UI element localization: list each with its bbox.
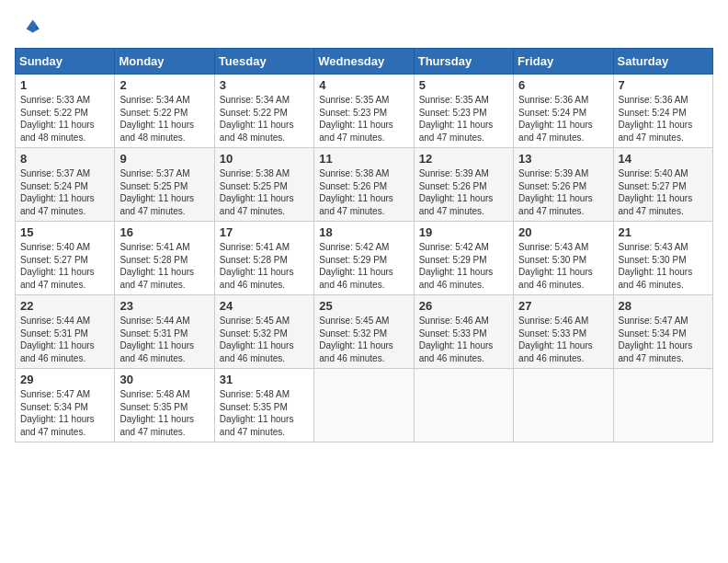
- day-number: 24: [220, 299, 309, 313]
- day-number: 28: [619, 299, 708, 313]
- day-info: Sunrise: 5:43 AM Sunset: 5:30 PM Dayligh…: [619, 241, 708, 291]
- day-number: 29: [20, 373, 109, 386]
- header-day-friday: Friday: [514, 49, 613, 75]
- day-number: 15: [20, 225, 109, 239]
- calendar-cell: [314, 369, 414, 442]
- day-info: Sunrise: 5:40 AM Sunset: 5:27 PM Dayligh…: [619, 167, 708, 217]
- calendar-cell: 2Sunrise: 5:34 AM Sunset: 5:22 PM Daylig…: [115, 75, 214, 148]
- calendar-cell: 16Sunrise: 5:41 AM Sunset: 5:28 PM Dayli…: [115, 222, 214, 295]
- day-number: 12: [419, 152, 508, 166]
- calendar-cell: 15Sunrise: 5:40 AM Sunset: 5:27 PM Dayli…: [16, 222, 115, 295]
- calendar-cell: 5Sunrise: 5:35 AM Sunset: 5:23 PM Daylig…: [414, 75, 513, 148]
- calendar-cell: 14Sunrise: 5:40 AM Sunset: 5:27 PM Dayli…: [613, 148, 712, 222]
- day-info: Sunrise: 5:43 AM Sunset: 5:30 PM Dayligh…: [518, 241, 608, 291]
- day-number: 2: [119, 78, 209, 92]
- day-info: Sunrise: 5:37 AM Sunset: 5:25 PM Dayligh…: [119, 167, 209, 217]
- calendar-cell: 7Sunrise: 5:36 AM Sunset: 5:24 PM Daylig…: [613, 75, 712, 148]
- day-info: Sunrise: 5:45 AM Sunset: 5:32 PM Dayligh…: [319, 315, 408, 364]
- calendar-cell: 27Sunrise: 5:46 AM Sunset: 5:33 PM Dayli…: [514, 295, 613, 369]
- day-info: Sunrise: 5:38 AM Sunset: 5:26 PM Dayligh…: [319, 167, 408, 217]
- calendar-cell: 28Sunrise: 5:47 AM Sunset: 5:34 PM Dayli…: [613, 295, 712, 369]
- calendar-cell: 26Sunrise: 5:46 AM Sunset: 5:33 PM Dayli…: [414, 295, 513, 369]
- day-number: 13: [518, 152, 608, 166]
- day-info: Sunrise: 5:35 AM Sunset: 5:23 PM Dayligh…: [419, 94, 508, 144]
- day-info: Sunrise: 5:46 AM Sunset: 5:33 PM Dayligh…: [419, 315, 508, 364]
- day-info: Sunrise: 5:35 AM Sunset: 5:23 PM Dayligh…: [319, 94, 408, 144]
- day-number: 16: [119, 225, 209, 239]
- day-number: 30: [119, 373, 209, 386]
- calendar-week-3: 15Sunrise: 5:40 AM Sunset: 5:27 PM Dayli…: [16, 222, 713, 295]
- day-info: Sunrise: 5:36 AM Sunset: 5:24 PM Dayligh…: [518, 94, 608, 144]
- header-day-sunday: Sunday: [16, 49, 115, 75]
- day-number: 25: [319, 299, 408, 313]
- day-info: Sunrise: 5:37 AM Sunset: 5:24 PM Dayligh…: [20, 167, 109, 217]
- day-number: 9: [119, 152, 209, 166]
- calendar-header-row: SundayMondayTuesdayWednesdayThursdayFrid…: [16, 49, 713, 75]
- day-number: 3: [220, 78, 309, 92]
- day-number: 31: [220, 373, 309, 386]
- calendar-cell: 4Sunrise: 5:35 AM Sunset: 5:23 PM Daylig…: [314, 75, 414, 148]
- calendar-cell: 18Sunrise: 5:42 AM Sunset: 5:29 PM Dayli…: [314, 222, 414, 295]
- calendar-week-4: 22Sunrise: 5:44 AM Sunset: 5:31 PM Dayli…: [16, 295, 713, 369]
- day-number: 17: [220, 225, 309, 239]
- day-info: Sunrise: 5:44 AM Sunset: 5:31 PM Dayligh…: [20, 315, 109, 364]
- header-day-tuesday: Tuesday: [214, 49, 313, 75]
- day-number: 20: [518, 225, 608, 239]
- calendar-cell: 3Sunrise: 5:34 AM Sunset: 5:22 PM Daylig…: [214, 75, 313, 148]
- day-info: Sunrise: 5:48 AM Sunset: 5:35 PM Dayligh…: [220, 388, 309, 438]
- calendar-cell: 24Sunrise: 5:45 AM Sunset: 5:32 PM Dayli…: [214, 295, 313, 369]
- day-number: 21: [619, 225, 708, 239]
- calendar-cell: 10Sunrise: 5:38 AM Sunset: 5:25 PM Dayli…: [214, 148, 313, 222]
- calendar-cell: 25Sunrise: 5:45 AM Sunset: 5:32 PM Dayli…: [314, 295, 414, 369]
- calendar-week-1: 1Sunrise: 5:33 AM Sunset: 5:22 PM Daylig…: [16, 75, 713, 148]
- calendar-cell: [414, 369, 513, 442]
- day-info: Sunrise: 5:47 AM Sunset: 5:34 PM Dayligh…: [20, 388, 109, 438]
- header-day-thursday: Thursday: [414, 49, 513, 75]
- day-number: 27: [518, 299, 608, 313]
- day-info: Sunrise: 5:48 AM Sunset: 5:35 PM Dayligh…: [119, 388, 209, 438]
- day-info: Sunrise: 5:42 AM Sunset: 5:29 PM Dayligh…: [319, 241, 408, 291]
- day-info: Sunrise: 5:45 AM Sunset: 5:32 PM Dayligh…: [220, 315, 309, 364]
- header-day-wednesday: Wednesday: [314, 49, 414, 75]
- calendar-cell: 31Sunrise: 5:48 AM Sunset: 5:35 PM Dayli…: [214, 369, 313, 442]
- day-info: Sunrise: 5:36 AM Sunset: 5:24 PM Dayligh…: [619, 94, 708, 144]
- day-number: 26: [419, 299, 508, 313]
- day-number: 1: [20, 78, 109, 92]
- calendar-cell: [613, 369, 712, 442]
- day-number: 8: [20, 152, 109, 166]
- day-number: 6: [518, 78, 608, 92]
- header-day-saturday: Saturday: [613, 49, 712, 75]
- calendar-cell: 9Sunrise: 5:37 AM Sunset: 5:25 PM Daylig…: [115, 148, 214, 222]
- logo-icon: [15, 15, 40, 40]
- calendar-week-2: 8Sunrise: 5:37 AM Sunset: 5:24 PM Daylig…: [16, 148, 713, 222]
- day-info: Sunrise: 5:39 AM Sunset: 5:26 PM Dayligh…: [518, 167, 608, 217]
- calendar-cell: 29Sunrise: 5:47 AM Sunset: 5:34 PM Dayli…: [16, 369, 115, 442]
- day-info: Sunrise: 5:39 AM Sunset: 5:26 PM Dayligh…: [419, 167, 508, 217]
- day-info: Sunrise: 5:41 AM Sunset: 5:28 PM Dayligh…: [119, 241, 209, 291]
- day-number: 5: [419, 78, 508, 92]
- calendar-cell: 1Sunrise: 5:33 AM Sunset: 5:22 PM Daylig…: [16, 75, 115, 148]
- day-number: 19: [419, 225, 508, 239]
- day-number: 14: [619, 152, 708, 166]
- header: [15, 15, 713, 40]
- calendar-cell: 20Sunrise: 5:43 AM Sunset: 5:30 PM Dayli…: [514, 222, 613, 295]
- calendar-cell: 8Sunrise: 5:37 AM Sunset: 5:24 PM Daylig…: [16, 148, 115, 222]
- calendar-cell: 13Sunrise: 5:39 AM Sunset: 5:26 PM Dayli…: [514, 148, 613, 222]
- calendar-table: SundayMondayTuesdayWednesdayThursdayFrid…: [15, 48, 713, 442]
- day-info: Sunrise: 5:44 AM Sunset: 5:31 PM Dayligh…: [119, 315, 209, 364]
- logo: [15, 15, 44, 40]
- day-number: 18: [319, 225, 408, 239]
- calendar-cell: 17Sunrise: 5:41 AM Sunset: 5:28 PM Dayli…: [214, 222, 313, 295]
- calendar-cell: 22Sunrise: 5:44 AM Sunset: 5:31 PM Dayli…: [16, 295, 115, 369]
- day-number: 10: [220, 152, 309, 166]
- day-info: Sunrise: 5:40 AM Sunset: 5:27 PM Dayligh…: [20, 241, 109, 291]
- day-info: Sunrise: 5:34 AM Sunset: 5:22 PM Dayligh…: [119, 94, 209, 144]
- day-number: 22: [20, 299, 109, 313]
- day-number: 11: [319, 152, 408, 166]
- day-info: Sunrise: 5:41 AM Sunset: 5:28 PM Dayligh…: [220, 241, 309, 291]
- day-info: Sunrise: 5:34 AM Sunset: 5:22 PM Dayligh…: [220, 94, 309, 144]
- day-info: Sunrise: 5:33 AM Sunset: 5:22 PM Dayligh…: [20, 94, 109, 144]
- calendar-cell: [514, 369, 613, 442]
- day-info: Sunrise: 5:42 AM Sunset: 5:29 PM Dayligh…: [419, 241, 508, 291]
- calendar-week-5: 29Sunrise: 5:47 AM Sunset: 5:34 PM Dayli…: [16, 369, 713, 442]
